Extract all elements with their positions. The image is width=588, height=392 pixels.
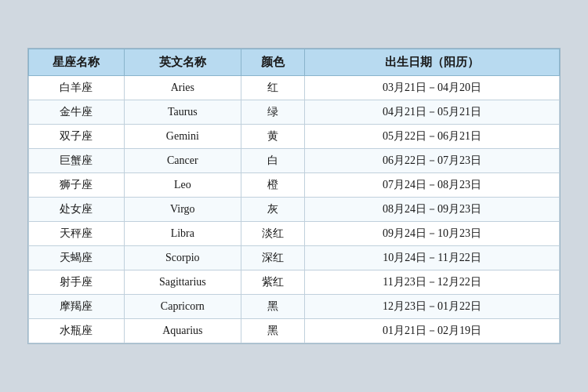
cell-english: Aquarius [124,319,241,343]
cell-color: 白 [241,149,304,173]
cell-date: 10月24日－11月22日 [305,246,560,270]
cell-color: 黄 [241,125,304,149]
cell-color: 紫红 [241,270,304,295]
table-header-row: 星座名称 英文名称 颜色 出生日期（阳历） [29,49,560,76]
table-row: 白羊座Aries红03月21日－04月20日 [29,76,560,100]
cell-date: 04月21日－05月21日 [305,100,560,125]
cell-chinese: 金牛座 [29,100,125,125]
cell-date: 12月23日－01月22日 [305,295,560,319]
cell-color: 黑 [241,319,304,343]
cell-color: 绿 [241,100,304,125]
cell-date: 05月22日－06月21日 [305,125,560,149]
table-body: 白羊座Aries红03月21日－04月20日金牛座Taurus绿04月21日－0… [29,76,560,343]
cell-english: Scorpio [124,246,241,270]
cell-chinese: 巨蟹座 [29,149,125,173]
cell-english: Sagittarius [124,270,241,295]
header-date: 出生日期（阳历） [305,49,560,76]
cell-date: 06月22日－07月23日 [305,149,560,173]
cell-english: Libra [124,222,241,246]
cell-english: Leo [124,173,241,198]
cell-chinese: 狮子座 [29,173,125,198]
cell-english: Cancer [124,149,241,173]
cell-date: 11月23日－12月22日 [305,270,560,295]
table-row: 射手座Sagittarius紫红11月23日－12月22日 [29,270,560,295]
table-row: 双子座Gemini黄05月22日－06月21日 [29,125,560,149]
header-color: 颜色 [241,49,304,76]
table-row: 处女座Virgo灰08月24日－09月23日 [29,198,560,222]
table-row: 金牛座Taurus绿04月21日－05月21日 [29,100,560,125]
table-row: 巨蟹座Cancer白06月22日－07月23日 [29,149,560,173]
cell-chinese: 射手座 [29,270,125,295]
table-row: 天蝎座Scorpio深红10月24日－11月22日 [29,246,560,270]
cell-chinese: 水瓶座 [29,319,125,343]
table-row: 水瓶座Aquarius黑01月21日－02月19日 [29,319,560,343]
cell-date: 07月24日－08月23日 [305,173,560,198]
cell-date: 09月24日－10月23日 [305,222,560,246]
cell-chinese: 双子座 [29,125,125,149]
cell-color: 红 [241,76,304,100]
cell-chinese: 天蝎座 [29,246,125,270]
table-row: 摩羯座Capricorn黑12月23日－01月22日 [29,295,560,319]
cell-english: Virgo [124,198,241,222]
cell-color: 灰 [241,198,304,222]
cell-date: 03月21日－04月20日 [305,76,560,100]
cell-chinese: 天秤座 [29,222,125,246]
header-chinese: 星座名称 [29,49,125,76]
cell-english: Capricorn [124,295,241,319]
header-english: 英文名称 [124,49,241,76]
cell-english: Taurus [124,100,241,125]
cell-date: 08月24日－09月23日 [305,198,560,222]
cell-english: Gemini [124,125,241,149]
cell-chinese: 白羊座 [29,76,125,100]
cell-date: 01月21日－02月19日 [305,319,560,343]
table-row: 狮子座Leo橙07月24日－08月23日 [29,173,560,198]
cell-color: 淡红 [241,222,304,246]
cell-color: 橙 [241,173,304,198]
cell-color: 黑 [241,295,304,319]
cell-chinese: 摩羯座 [29,295,125,319]
zodiac-table: 星座名称 英文名称 颜色 出生日期（阳历） 白羊座Aries红03月21日－04… [28,49,560,343]
zodiac-table-container: 星座名称 英文名称 颜色 出生日期（阳历） 白羊座Aries红03月21日－04… [27,48,561,344]
cell-color: 深红 [241,246,304,270]
cell-english: Aries [124,76,241,100]
cell-chinese: 处女座 [29,198,125,222]
table-row: 天秤座Libra淡红09月24日－10月23日 [29,222,560,246]
